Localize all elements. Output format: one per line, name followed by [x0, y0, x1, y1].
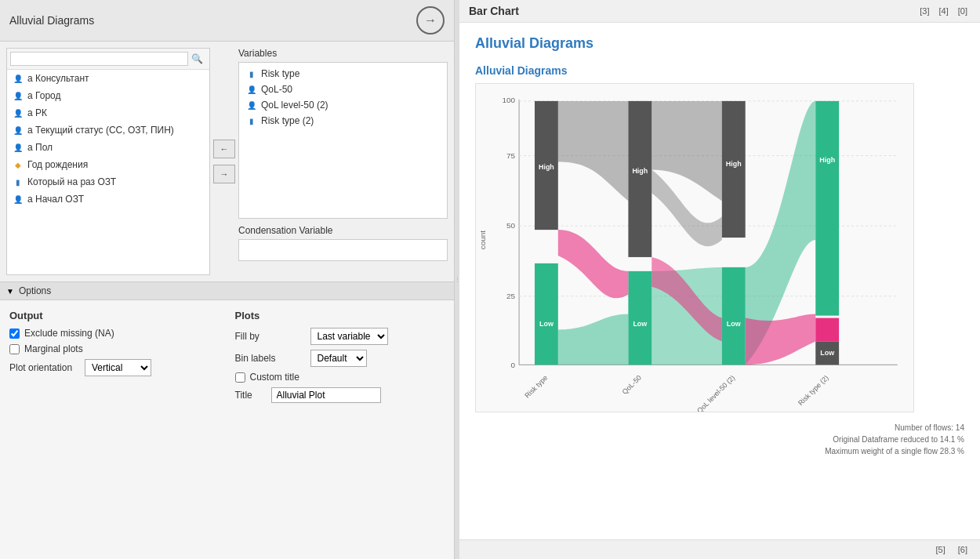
- svg-text:Low: Low: [820, 349, 834, 357]
- nominal-icon: 👤: [12, 107, 24, 119]
- list-item[interactable]: 👤 а Текущий статус (СС, ОЗТ, ПИН): [7, 122, 209, 139]
- plots-title: Plots: [235, 310, 445, 321]
- bottom-columns: Output Exclude missing (NA) Marginal plo…: [9, 310, 445, 408]
- svg-text:75: 75: [506, 151, 516, 160]
- run-button[interactable]: →: [416, 6, 445, 34]
- transfer-left-button[interactable]: ←: [213, 140, 235, 158]
- svg-text:Low: Low: [633, 320, 647, 328]
- fill-by-label: Fill by: [235, 331, 306, 342]
- svg-rect-16: [628, 271, 652, 365]
- var-name: а РК: [27, 107, 47, 118]
- tab-3[interactable]: [3]: [916, 5, 932, 17]
- title-label: Title: [235, 390, 267, 401]
- search-bar: 🔍: [7, 49, 209, 70]
- stat-max-weight: Maximum weight of a single flow 28.3 %: [475, 445, 964, 457]
- list-item[interactable]: 👤 а Пол: [7, 139, 209, 156]
- bottom-section: Output Exclude missing (NA) Marginal plo…: [0, 300, 454, 559]
- svg-text:Low: Low: [727, 320, 741, 328]
- custom-title-label: Custom title: [250, 372, 299, 383]
- app-title: Alluvial Diagrams: [9, 14, 94, 27]
- exclude-missing-row: Exclude missing (NA): [9, 328, 220, 339]
- var-name: а Пол: [27, 142, 53, 153]
- svg-text:50: 50: [506, 221, 516, 230]
- bin-labels-row: Bin labels Default None Custom: [235, 350, 445, 367]
- search-button[interactable]: 🔍: [188, 52, 206, 66]
- transfer-right-button[interactable]: →: [213, 165, 235, 183]
- left-panel: Alluvial Diagrams → 🔍 👤 а Консультант 👤 …: [0, 0, 455, 559]
- footer-tab-6[interactable]: [6]: [955, 543, 971, 556]
- right-panel: Bar Chart [3] [4] [0] Alluvial Diagrams …: [459, 0, 980, 559]
- list-item[interactable]: ◆ Год рождения: [7, 156, 209, 173]
- list-item[interactable]: ▮ Risk type: [242, 66, 444, 82]
- nominal-icon: 👤: [12, 193, 24, 205]
- fill-by-row: Fill by Last variable First variable Non…: [235, 328, 445, 345]
- var-name: Risk type (2): [261, 115, 314, 126]
- output-title: Output: [9, 310, 220, 321]
- list-item[interactable]: ▮ Risk type (2): [242, 113, 444, 129]
- marginal-plots-row: Marginal plots: [9, 343, 220, 354]
- list-item[interactable]: 👤 а Город: [7, 87, 209, 104]
- nominal-icon: 👤: [12, 124, 24, 136]
- alluvial-svg: 0 25 50 75 100 count: [476, 84, 913, 412]
- var-name: QoL-50: [261, 84, 292, 95]
- bin-labels-label: Bin labels: [235, 353, 306, 364]
- footer-stats: Number of flows: 14 Original Dataframe r…: [475, 422, 964, 457]
- scale-icon: ◆: [12, 158, 24, 171]
- tab-0[interactable]: [0]: [955, 5, 971, 17]
- nominal-icon: 👤: [12, 89, 24, 102]
- list-item[interactable]: 👤 QoL level-50 (2): [242, 97, 444, 113]
- options-label: Options: [19, 285, 51, 296]
- svg-rect-20: [815, 318, 839, 342]
- fill-by-select[interactable]: Last variable First variable None: [310, 328, 388, 345]
- tab-4[interactable]: [4]: [936, 5, 952, 17]
- var-name: а Город: [27, 90, 60, 101]
- left-header: Alluvial Diagrams →: [0, 0, 454, 42]
- list-item[interactable]: 👤 а РК: [7, 104, 209, 122]
- var-name: а Консультант: [27, 73, 89, 84]
- variables-label: Variables: [238, 48, 448, 59]
- svg-text:High: High: [726, 160, 742, 168]
- nominal-icon: 👤: [12, 141, 24, 154]
- variables-box: ▮ Risk type 👤 QoL-50 👤 QoL level-50 (2) …: [238, 62, 448, 219]
- list-item[interactable]: ▮ Который на раз ОЗТ: [7, 173, 209, 191]
- var-name: а Текущий статус (СС, ОЗТ, ПИН): [27, 125, 174, 136]
- list-item[interactable]: 👤 QoL-50: [242, 82, 444, 97]
- condensation-variable-box[interactable]: [238, 239, 448, 261]
- marginal-plots-checkbox[interactable]: [9, 344, 20, 354]
- condensation-variable-section: Condensation Variable: [238, 225, 448, 261]
- bar-chart-title: Bar Chart: [469, 5, 519, 17]
- right-footer: [5] [6]: [459, 539, 980, 559]
- var-name: Risk type: [261, 68, 299, 79]
- title-input[interactable]: [271, 387, 381, 403]
- options-bar[interactable]: ▼ Options: [0, 281, 454, 300]
- right-content: Alluvial Diagrams Alluvial Diagrams 0 25…: [459, 23, 980, 539]
- variable-list: 👤 а Консультант 👤 а Город 👤 а РК 👤 а Тек…: [7, 70, 209, 274]
- chart-subtitle: Alluvial Diagrams: [475, 64, 964, 77]
- search-input[interactable]: [10, 52, 188, 66]
- svg-text:100: 100: [503, 96, 516, 104]
- svg-text:High: High: [819, 156, 835, 164]
- plots-column: Plots Fill by Last variable First variab…: [235, 310, 445, 408]
- left-body: 🔍 👤 а Консультант 👤 а Город 👤 а РК 👤 а: [0, 42, 454, 281]
- custom-title-row: Custom title: [235, 372, 445, 383]
- stat-reduced: Original Dataframe reduced to 14.1 %: [475, 434, 964, 445]
- svg-text:0: 0: [511, 361, 516, 369]
- svg-rect-19: [815, 101, 839, 316]
- list-item[interactable]: 👤 а Начал ОЗТ: [7, 191, 209, 208]
- var-name: а Начал ОЗТ: [27, 194, 84, 205]
- plot-orientation-select[interactable]: Vertical Horizontal: [85, 359, 151, 376]
- transfer-buttons: ← →: [210, 42, 238, 281]
- footer-tab-5[interactable]: [5]: [933, 543, 949, 556]
- custom-title-checkbox[interactable]: [235, 372, 245, 383]
- svg-rect-18: [722, 267, 746, 365]
- list-item[interactable]: 👤 а Консультант: [7, 70, 209, 87]
- title-row: Title: [235, 387, 445, 403]
- svg-rect-14: [535, 263, 558, 365]
- condensation-variable-label: Condensation Variable: [238, 225, 448, 236]
- nominal-icon: 👤: [12, 72, 24, 85]
- svg-rect-15: [628, 101, 652, 257]
- bin-labels-select[interactable]: Default None Custom: [310, 350, 367, 367]
- options-arrow-icon: ▼: [6, 287, 14, 296]
- exclude-missing-checkbox[interactable]: [9, 329, 20, 339]
- var-name: Который на раз ОЗТ: [27, 176, 116, 187]
